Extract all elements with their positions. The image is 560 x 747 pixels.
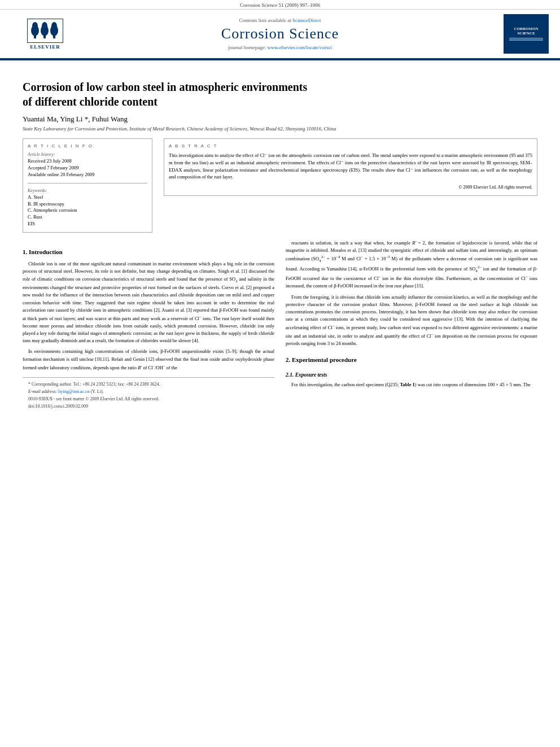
footnote-issn: 0010-938X/$ - see front matter © 2009 El… — [23, 396, 274, 402]
right-para1: reactants in solution, in such a way tha… — [286, 239, 537, 290]
journal-logo-title: CORROSIONSCIENCE — [514, 27, 538, 36]
journal-logo-box: CORROSIONSCIENCE — [504, 14, 549, 54]
received-date: Received 23 July 2008 — [28, 158, 147, 165]
abstract-title: A B S T R A C T — [169, 143, 532, 148]
kw5: EIS — [28, 221, 147, 228]
svg-point-5 — [42, 22, 47, 30]
kw2: B. IR spectroscopy — [28, 201, 147, 208]
header-divider — [0, 59, 560, 60]
intro-para2: In environments containing high concentr… — [23, 348, 274, 371]
affiliation: State Key Laboratory for Corrosion and P… — [23, 126, 537, 132]
journal-logo-lines — [509, 37, 543, 41]
main-content: Corrosion of low carbon steel in atmosph… — [0, 65, 560, 422]
abstract-text: This investigation aims to analyze the e… — [169, 152, 532, 181]
footnote-area: * Corresponding author. Tel.: +86 24 239… — [23, 377, 274, 410]
available-date: Available online 20 February 2009 — [28, 172, 147, 178]
article-title: Corrosion of low carbon steel in atmosph… — [23, 80, 537, 109]
journal-header: ELSEVIER Contents lists available at Sci… — [0, 10, 560, 59]
elsevier-logo-box — [27, 19, 63, 43]
accepted-date: Accepted 7 February 2009 — [28, 165, 147, 172]
right-para2: From the foregoing, it is obvious that c… — [286, 294, 537, 348]
journal-homepage-link[interactable]: www.elsevier.com/locate/corsci — [268, 45, 332, 50]
article-info-title: A R T I C L E I N F O — [28, 143, 147, 148]
abstract-box: A B S T R A C T This investigation aims … — [164, 138, 537, 196]
sciencedirect-text: Contents lists available at ScienceDirec… — [79, 18, 481, 23]
journal-header-center: Contents lists available at ScienceDirec… — [79, 18, 481, 50]
copyright: © 2009 Elsevier Ltd. All rights reserved… — [169, 184, 532, 191]
journal-header-right: CORROSIONSCIENCE — [481, 14, 549, 54]
kw4: C. Rust — [28, 214, 147, 221]
article-meta-row: A R T I C L E I N F O Article history: R… — [23, 138, 537, 233]
abstract-col: A B S T R A C T This investigation aims … — [164, 138, 537, 233]
elsevier-text: ELSEVIER — [30, 44, 60, 50]
footnote-email: E-mail address: liying@imr.ac.cn (Y. Li)… — [23, 388, 274, 395]
authors: Yuantai Ma, Ying Li *, Fuhui Wang — [23, 115, 537, 124]
kw1: A. Steel — [28, 194, 147, 201]
footnote-doi: doi:10.1016/j.corsci.2009.02.009 — [23, 403, 274, 409]
keywords-label: Keywords: — [28, 188, 147, 193]
email-link[interactable]: liying@imr.ac.cn — [58, 389, 89, 394]
journal-citation: Corrosion Science 51 (2009) 997–1006 — [240, 2, 320, 8]
footnote-star: * Corresponding author. Tel.: +86 24 239… — [23, 381, 274, 387]
history-label: Article history: — [28, 152, 147, 157]
intro-para1: Chloride ion is one of the most signific… — [23, 260, 274, 344]
section2-para1: For this investigation, the carbon steel… — [286, 381, 537, 388]
journal-name: Corrosion Science — [79, 25, 481, 42]
elsevier-logo-area: ELSEVIER — [11, 19, 79, 50]
section2-heading: 2. Experimental procedure — [286, 355, 537, 365]
body-col-left: 1. Introduction Chloride ion is one of t… — [23, 239, 274, 410]
article-info-box: A R T I C L E I N F O Article history: R… — [23, 138, 152, 233]
section1-heading: 1. Introduction — [23, 247, 274, 257]
body-text: 1. Introduction Chloride ion is one of t… — [23, 239, 537, 410]
info-divider1 — [28, 183, 147, 184]
kw3: C. Atmospheric corrosion — [28, 207, 147, 214]
journal-homepage: journal homepage: www.elsevier.com/locat… — [79, 45, 481, 50]
top-bar: Corrosion Science 51 (2009) 997–1006 — [0, 0, 560, 10]
subsection21-heading: 2.1. Exposure tests — [286, 371, 537, 379]
svg-point-8 — [51, 22, 57, 30]
body-col-right: reactants in solution, in such a way tha… — [286, 239, 537, 410]
article-info-col: A R T I C L E I N F O Article history: R… — [23, 138, 152, 233]
sciencedirect-link[interactable]: ScienceDirect — [292, 18, 321, 23]
svg-point-2 — [32, 22, 38, 30]
